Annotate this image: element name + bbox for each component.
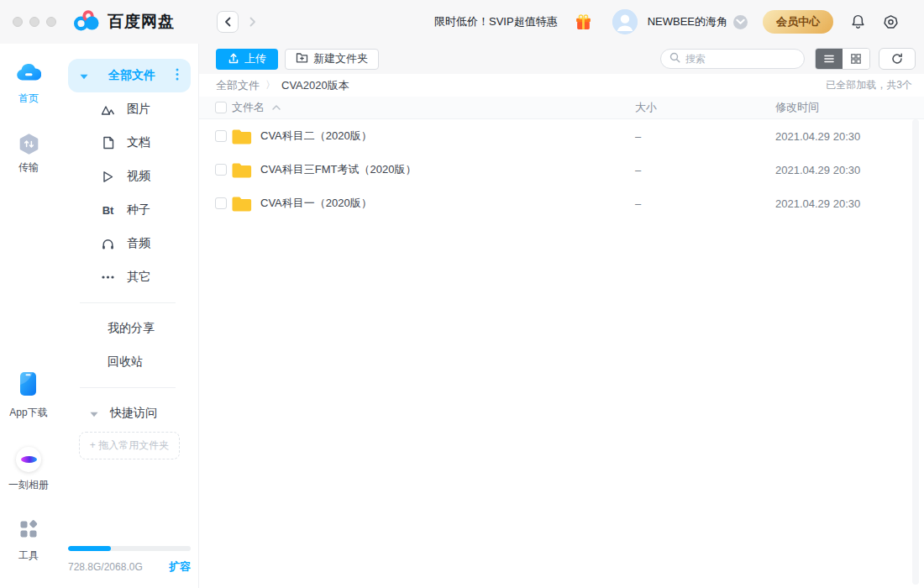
category-label: 图片 [127, 102, 150, 117]
select-all-checkbox[interactable] [215, 102, 227, 113]
settings-icon[interactable] [883, 14, 899, 30]
file-content-area: 上传 新建文件夹 [198, 44, 924, 588]
category-label: 种子 [127, 202, 150, 218]
sidebar-item-my-shares[interactable]: 我的分享 [57, 312, 198, 345]
list-view-button[interactable] [816, 49, 843, 69]
sidebar-item-documents[interactable]: 文档 [57, 126, 198, 160]
zoom-window-button[interactable] [46, 17, 56, 27]
expand-storage-link[interactable]: 扩容 [169, 559, 191, 575]
search-input[interactable] [685, 53, 795, 65]
folder-icon [232, 129, 252, 144]
vip-center-button[interactable]: 会员中心 [763, 10, 833, 34]
bt-icon: Bt [101, 204, 115, 217]
sidebar-item-audio[interactable]: 音频 [57, 227, 198, 260]
rail-item-tools[interactable]: 工具 [18, 519, 39, 563]
forward-button[interactable] [242, 11, 264, 33]
document-icon [101, 136, 115, 150]
titlebar-right: 限时低价！SVIP超值特惠 NEWBEE的海角 [434, 9, 899, 34]
search-icon [669, 51, 680, 66]
avatar[interactable] [612, 9, 638, 34]
row-checkbox[interactable] [215, 164, 227, 176]
search-box [660, 49, 805, 69]
table-row[interactable]: CVA科目二（2020版） – 2021.04.29 20:30 [199, 119, 924, 153]
file-name[interactable]: CVA科目二（2020版） [260, 129, 372, 144]
file-modified: 2021.04.29 20:30 [775, 197, 924, 210]
scrollbar-track[interactable] [912, 119, 919, 585]
storage-progress-bar [68, 546, 191, 551]
minimize-window-button[interactable] [29, 17, 39, 27]
rail-label: 一刻相册 [8, 478, 49, 492]
gift-icon[interactable] [575, 13, 592, 31]
storage-meter: 728.8G/2068.0G 扩容 [68, 546, 191, 575]
rail-label: 工具 [18, 549, 39, 563]
sidebar-item-quick-access[interactable]: 快捷访问 [57, 396, 198, 430]
table-row[interactable]: CVA科目三FMT考试（2020版） – 2021.04.29 20:30 [199, 153, 924, 186]
category-label: 音频 [127, 236, 150, 251]
upload-icon [228, 52, 239, 66]
drop-favorite-folder-zone[interactable]: + 拖入常用文件夹 [79, 432, 180, 459]
sidebar: 全部文件 图片 文档 [57, 44, 198, 588]
category-label: 文档 [127, 135, 150, 150]
table-row[interactable]: CVA科目一（2020版） – 2021.04.29 20:30 [199, 186, 924, 220]
app-window: 百度网盘 限时低价！SVIP超值特惠 [0, 0, 924, 588]
album-icon [16, 447, 41, 472]
refresh-button[interactable] [879, 48, 916, 70]
sidebar-item-all-files[interactable]: 全部文件 [68, 59, 191, 92]
close-window-button[interactable] [13, 17, 23, 27]
row-checkbox[interactable] [215, 197, 227, 209]
column-size-label: 大小 [635, 100, 775, 115]
vip-level-badge-icon [733, 15, 748, 29]
new-folder-icon [296, 52, 308, 66]
phone-icon [19, 371, 37, 400]
folder-icon [232, 162, 252, 178]
main-area: 首页 传输 [0, 44, 924, 588]
storage-progress-fill [68, 546, 111, 551]
window-controls [13, 17, 56, 27]
rail-item-album[interactable]: 一刻相册 [8, 447, 49, 492]
file-modified: 2021.04.29 20:30 [775, 164, 924, 176]
history-nav [217, 11, 264, 33]
transfer-icon [18, 133, 39, 155]
file-name[interactable]: CVA科目一（2020版） [260, 196, 372, 211]
sidebar-item-images[interactable]: 图片 [57, 92, 198, 126]
chevron-down-icon [80, 68, 88, 83]
sidebar-item-videos[interactable]: 视频 [57, 160, 198, 193]
app-logo: 百度网盘 [73, 9, 175, 34]
file-name[interactable]: CVA科目三FMT考试（2020版） [260, 162, 416, 177]
svip-promo-link[interactable]: 限时低价！SVIP超值特惠 [434, 14, 558, 29]
breadcrumb-root[interactable]: 全部文件 [216, 78, 260, 93]
title-bar: 百度网盘 限时低价！SVIP超值特惠 [0, 0, 924, 44]
row-checkbox[interactable] [215, 130, 227, 142]
storage-usage-text: 728.8G/2068.0G [68, 561, 143, 573]
category-label: 视频 [127, 169, 150, 184]
sidebar-item-others[interactable]: 其它 [57, 260, 198, 294]
rail-item-transfer[interactable]: 传输 [18, 133, 39, 175]
file-size: – [635, 164, 775, 176]
tools-icon [18, 519, 39, 543]
sidebar-item-torrents[interactable]: Bt 种子 [57, 193, 198, 227]
rail-item-app-download[interactable]: App下载 [9, 371, 47, 420]
left-rail: 首页 传输 [0, 44, 57, 588]
table-header: 文件名 大小 修改时间 [199, 97, 924, 119]
rail-item-home[interactable]: 首页 [16, 63, 41, 106]
divider [80, 302, 176, 303]
sidebar-item-recycle-bin[interactable]: 回收站 [57, 345, 198, 379]
upload-button[interactable]: 上传 [216, 49, 278, 70]
column-name-label: 文件名 [232, 100, 265, 115]
more-menu-icon[interactable] [176, 68, 179, 84]
load-status: 已全部加载，共3个 [826, 78, 912, 92]
back-button[interactable] [217, 11, 239, 33]
bell-icon[interactable] [850, 13, 866, 30]
grid-view-button[interactable] [843, 49, 869, 69]
audio-icon [101, 238, 115, 250]
username[interactable]: NEWBEE的海角 [648, 14, 727, 29]
rail-label: 传输 [18, 160, 39, 175]
rail-label: 首页 [18, 92, 39, 106]
sort-ascending-icon[interactable] [272, 105, 281, 110]
image-icon [101, 103, 115, 116]
more-dots-icon [101, 276, 115, 279]
new-folder-button[interactable]: 新建文件夹 [285, 49, 379, 70]
breadcrumb-separator: 〉 [265, 78, 276, 92]
category-label: 其它 [127, 270, 150, 285]
rail-label: App下载 [9, 406, 47, 420]
